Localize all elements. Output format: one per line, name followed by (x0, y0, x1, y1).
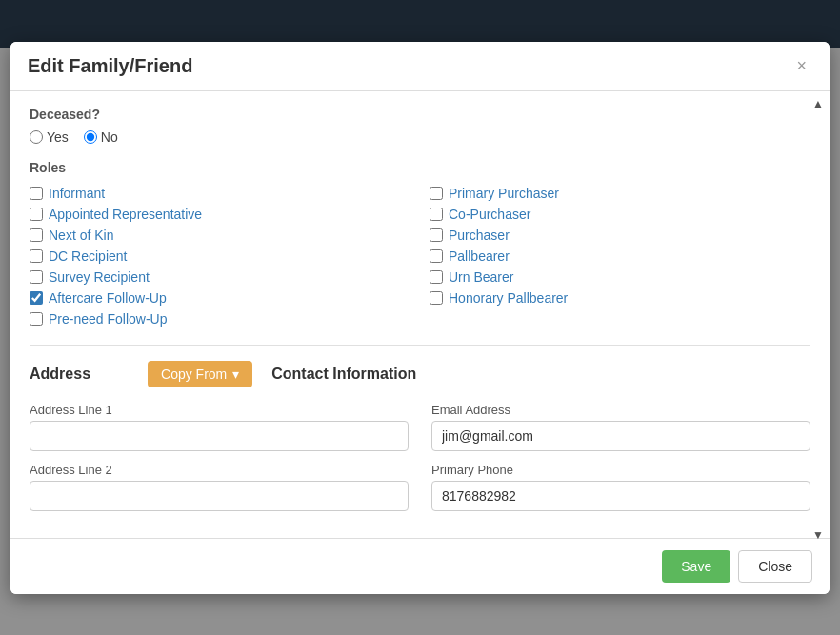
modal-header: Edit Family/Friend × (10, 42, 830, 91)
role-appointed-representative: Appointed Representative (30, 204, 410, 225)
next-of-kin-checkbox[interactable] (30, 228, 43, 242)
co-purchaser-label[interactable]: Co-Purchaser (449, 207, 530, 222)
deceased-radio-group: Yes No (30, 129, 810, 145)
divider (30, 345, 810, 346)
purchaser-checkbox[interactable] (430, 228, 443, 242)
honorary-pallbearer-checkbox[interactable] (430, 291, 443, 305)
roles-grid: Informant Appointed Representative Next … (30, 183, 810, 329)
deceased-yes-radio[interactable] (30, 130, 43, 144)
survey-recipient-label[interactable]: Survey Recipient (49, 269, 150, 285)
urn-bearer-checkbox[interactable] (430, 270, 443, 284)
purchaser-label[interactable]: Purchaser (449, 228, 510, 243)
pallbearer-label[interactable]: Pallbearer (449, 248, 510, 264)
role-dc-recipient: DC Recipient (30, 246, 410, 267)
roles-section: Roles Informant Appointed Representative (30, 160, 810, 329)
role-purchaser: Purchaser (430, 225, 810, 246)
phone-label: Primary Phone (431, 463, 810, 477)
dc-recipient-checkbox[interactable] (30, 249, 43, 263)
email-group: Email Address (431, 403, 810, 451)
scroll-up-arrow[interactable]: ▲ (812, 97, 824, 110)
phone-input[interactable] (431, 481, 810, 511)
email-label: Email Address (431, 403, 810, 417)
address-section-title: Address (30, 366, 90, 383)
pre-need-follow-up-label[interactable]: Pre-need Follow-Up (49, 311, 168, 327)
primary-purchaser-label[interactable]: Primary Purchaser (449, 186, 559, 201)
form-row-2: Address Line 2 Primary Phone (30, 463, 810, 511)
email-input[interactable] (431, 421, 810, 451)
role-urn-bearer: Urn Bearer (430, 267, 810, 288)
roles-label: Roles (30, 160, 810, 175)
deceased-label: Deceased? (30, 107, 810, 122)
modal-footer: Save Close (10, 538, 830, 594)
deceased-section: Deceased? Yes No (30, 107, 810, 145)
deceased-no-radio[interactable] (84, 130, 97, 144)
deceased-no-text: No (101, 129, 118, 145)
copy-from-button[interactable]: Copy From ▾ (148, 361, 252, 387)
form-row-1: Address Line 1 Email Address (30, 403, 810, 451)
role-pre-need-follow-up: Pre-need Follow-Up (30, 308, 410, 329)
role-next-of-kin: Next of Kin (30, 225, 410, 246)
phone-group: Primary Phone (431, 463, 810, 511)
dc-recipient-label[interactable]: DC Recipient (49, 248, 127, 264)
address-line-1-group: Address Line 1 (30, 403, 409, 451)
role-informant: Informant (30, 183, 410, 204)
role-honorary-pallbearer: Honorary Pallbearer (430, 288, 810, 308)
urn-bearer-label[interactable]: Urn Bearer (449, 269, 513, 285)
deceased-yes-text: Yes (47, 129, 69, 145)
pre-need-follow-up-checkbox[interactable] (30, 312, 43, 326)
honorary-pallbearer-label[interactable]: Honorary Pallbearer (449, 290, 568, 306)
contact-section-title: Contact Information (271, 366, 416, 383)
deceased-no-label[interactable]: No (84, 129, 118, 145)
copy-from-label: Copy From (161, 367, 227, 382)
informant-label[interactable]: Informant (49, 186, 105, 201)
aftercare-follow-up-label[interactable]: Aftercare Follow-Up (49, 290, 167, 306)
role-aftercare-follow-up: Aftercare Follow-Up (30, 288, 410, 308)
address-line-1-input[interactable] (30, 421, 409, 451)
primary-purchaser-checkbox[interactable] (430, 187, 443, 200)
save-button[interactable]: Save (662, 550, 730, 583)
next-of-kin-label[interactable]: Next of Kin (49, 228, 113, 243)
pallbearer-checkbox[interactable] (430, 249, 443, 263)
appointed-representative-checkbox[interactable] (30, 208, 43, 221)
address-line-2-input[interactable] (30, 481, 409, 511)
close-button[interactable]: Close (738, 550, 812, 583)
address-line-2-label: Address Line 2 (30, 463, 409, 477)
role-pallbearer: Pallbearer (430, 246, 810, 267)
role-survey-recipient: Survey Recipient (30, 267, 410, 288)
address-line-1-label: Address Line 1 (30, 403, 409, 417)
scroll-down-arrow[interactable]: ▼ (812, 528, 824, 542)
edit-family-friend-modal: Edit Family/Friend × ▲ Deceased? Yes No (10, 42, 830, 594)
role-primary-purchaser: Primary Purchaser (430, 183, 810, 204)
address-line-2-group: Address Line 2 (30, 463, 409, 511)
modal-title: Edit Family/Friend (28, 55, 192, 77)
roles-left-column: Informant Appointed Representative Next … (30, 183, 410, 329)
address-contact-header: Address Copy From ▾ Contact Information (30, 361, 810, 387)
roles-right-column: Primary Purchaser Co-Purchaser Purchaser (430, 183, 810, 329)
role-co-purchaser: Co-Purchaser (430, 204, 810, 225)
aftercare-follow-up-checkbox[interactable] (30, 291, 43, 305)
informant-checkbox[interactable] (30, 187, 43, 200)
appointed-representative-label[interactable]: Appointed Representative (49, 207, 202, 222)
modal-close-button[interactable]: × (790, 55, 812, 76)
deceased-yes-label[interactable]: Yes (30, 129, 69, 145)
copy-from-dropdown-arrow: ▾ (232, 367, 239, 382)
survey-recipient-checkbox[interactable] (30, 270, 43, 284)
co-purchaser-checkbox[interactable] (430, 208, 443, 221)
modal-body: Deceased? Yes No Roles (10, 91, 830, 538)
